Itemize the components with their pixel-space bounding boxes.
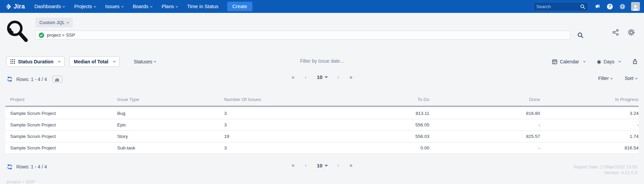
pagination-first-button[interactable]: «	[291, 163, 294, 168]
column-header-in-progress: In Progress	[540, 94, 639, 106]
refresh-button[interactable]	[7, 164, 13, 170]
cell-number-of-issues: 3	[224, 108, 341, 119]
page-size-dropdown[interactable]: 10	[317, 163, 327, 168]
page-size-dropdown[interactable]: 10	[317, 74, 327, 80]
calendar-icon	[552, 59, 557, 64]
help-icon[interactable]: ?	[606, 3, 613, 10]
rows-summary: Rows: 1 - 4 / 4	[7, 76, 62, 83]
time-unit-dropdown[interactable]: ◉ Days	[597, 59, 621, 64]
report-type-dropdown[interactable]: Status Duration	[6, 56, 65, 67]
column-header-done: Done	[429, 94, 540, 106]
chevron-down-icon	[113, 60, 115, 62]
cell-project: Sample Scrum Project	[5, 130, 117, 142]
filter-dropdown[interactable]: Filter	[598, 76, 612, 81]
cell-issue-type: Story	[117, 130, 224, 142]
cell-to-do: 0.00	[341, 142, 429, 154]
jira-logo[interactable]: Jira	[5, 3, 25, 10]
export-button[interactable]	[632, 59, 638, 64]
table-header-row: ProjectIssue TypeNumber Of IssuesTo DoDo…	[5, 94, 639, 106]
query-mode-dropdown[interactable]: Custom JQL	[35, 18, 73, 27]
admin-gear-icon[interactable]	[619, 3, 626, 10]
filter-label: Filter	[598, 76, 609, 81]
statuses-label: Statuses	[134, 59, 152, 64]
cell-project: Sample Scrum Project	[5, 108, 117, 119]
chevron-down-icon	[635, 77, 638, 79]
pagination-last-button[interactable]: »	[350, 163, 353, 168]
nav-item-projects[interactable]: Projects	[69, 0, 100, 13]
query-section: Custom JQL	[0, 13, 644, 46]
metric-label: Median of Total	[74, 59, 108, 64]
pagination-last-button[interactable]: »	[350, 75, 353, 80]
query-mode-label: Custom JQL	[39, 20, 65, 25]
eye-icon: ◉	[597, 59, 601, 64]
announcements-icon[interactable]	[593, 3, 601, 10]
nav-item-time-in-status[interactable]: Time in Status	[182, 0, 223, 13]
jql-input[interactable]	[35, 30, 571, 40]
create-button[interactable]: Create	[227, 2, 252, 11]
table-row: Sample Scrum ProjectEpic3556.05--	[5, 119, 639, 130]
time-unit-label: Days	[604, 59, 614, 64]
column-header-number-of-issues: Number Of Issues	[224, 94, 341, 106]
app-magnifier-logo	[5, 19, 29, 43]
report-toolbar: Status Duration Median of Total Statuses…	[0, 46, 644, 67]
run-query-button[interactable]	[577, 32, 584, 38]
report-type-label: Status Duration	[18, 59, 53, 64]
jql-row	[35, 30, 639, 40]
nav-right-cluster: ?	[533, 2, 640, 11]
metric-dropdown[interactable]: Median of Total	[69, 56, 120, 67]
chevron-down-icon	[62, 5, 65, 7]
global-search-box[interactable]	[533, 2, 588, 11]
nav-item-label: Projects	[74, 4, 92, 9]
pagination-next-button[interactable]: ›	[337, 75, 339, 80]
chevron-down-icon	[325, 163, 327, 166]
nav-item-label: Issues	[105, 4, 120, 9]
statuses-dropdown[interactable]: Statuses	[134, 59, 156, 64]
cell-number-of-issues: 3	[224, 119, 341, 130]
cell-number-of-issues: 19	[224, 130, 341, 142]
pagination-prev-button[interactable]: ‹	[305, 163, 306, 168]
column-header-to-do: To Do	[341, 94, 429, 106]
chevron-down-icon	[583, 60, 586, 62]
chevron-down-icon	[325, 75, 327, 78]
chevron-down-icon	[94, 5, 96, 7]
pagination-next-button[interactable]: ›	[337, 163, 339, 168]
nav-item-issues[interactable]: Issues	[101, 0, 128, 13]
pagination-prev-button[interactable]: ‹	[305, 75, 306, 80]
nav-item-label: Time in Status	[187, 4, 218, 9]
cell-to-do: 813.11	[341, 108, 429, 119]
pagination-bottom: « ‹ 10 › »	[291, 163, 352, 168]
search-icon	[580, 4, 585, 9]
toolbar-right: Calendar ◉ Days	[552, 59, 638, 64]
cell-number-of-issues: 3	[224, 142, 341, 154]
sort-dropdown[interactable]: Sort	[625, 76, 637, 81]
nav-item-label: Dashboards	[34, 4, 61, 9]
issue-date-filter[interactable]: Filter by issue date...	[300, 58, 344, 64]
cell-project: Sample Scrum Project	[5, 142, 117, 154]
jira-mark-icon	[5, 3, 12, 10]
share-button[interactable]	[612, 28, 619, 36]
export-icon	[632, 59, 638, 64]
nav-item-boards[interactable]: Boards	[128, 0, 157, 13]
status-duration-table: ProjectIssue TypeNumber Of IssuesTo DoDo…	[5, 94, 639, 154]
pagination-top: « ‹ 10 › »	[291, 74, 352, 80]
global-search-input[interactable]	[536, 4, 578, 9]
nav-item-plans[interactable]: Plans	[157, 0, 182, 13]
calendar-dropdown[interactable]: Calendar	[552, 59, 585, 64]
settings-gear-icon[interactable]	[627, 28, 635, 36]
column-header-issue-type: Issue Type	[117, 94, 224, 106]
table-row: Sample Scrum ProjectSub-task30.00-816.54	[5, 142, 639, 154]
nav-item-dashboards[interactable]: Dashboards	[30, 0, 69, 13]
jql-text-input[interactable]	[47, 33, 567, 38]
refresh-button[interactable]	[7, 76, 13, 82]
chevron-down-icon	[610, 77, 613, 79]
calendar-label: Calendar	[560, 59, 579, 64]
chevron-down-icon	[121, 5, 124, 7]
chart-view-button[interactable]	[52, 76, 62, 83]
user-avatar[interactable]	[631, 2, 640, 11]
cell-in-progress: 1.74	[540, 130, 639, 142]
report-date-label: Report Date: 17/Mar/2022 13:55	[574, 164, 637, 170]
page-size-value: 10	[317, 74, 323, 80]
cell-done: 816.80	[429, 108, 540, 119]
cell-to-do: 556.03	[341, 130, 429, 142]
pagination-first-button[interactable]: «	[291, 75, 294, 80]
